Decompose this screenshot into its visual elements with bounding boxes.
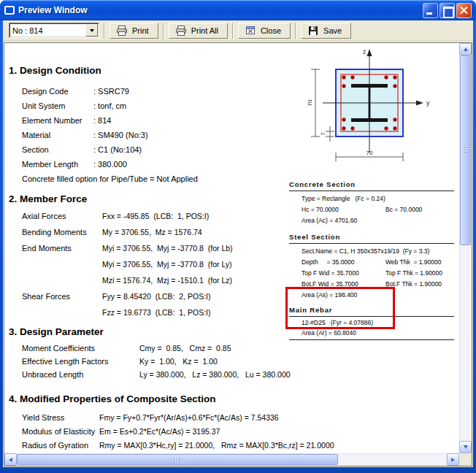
row-formula: Myi = 3706.55, Myj = -3770.8 (for Lb) [102, 244, 233, 253]
cover-dimension [326, 126, 334, 142]
toolbar: No : 814 Print Print All Close [3, 20, 473, 41]
row-label: Material [22, 131, 50, 139]
steel-top-f-wid: Top F Wid = 35.7000 [302, 269, 359, 277]
row-label: Axial Forces [22, 212, 66, 220]
row-value: : tonf, cm [93, 101, 126, 110]
arrow-up-icon [464, 47, 468, 51]
row-label: Member Length [22, 160, 78, 169]
row-label: Unit System [22, 101, 65, 110]
toolbar-separator [163, 23, 164, 39]
scrollbar-corner [459, 453, 472, 466]
window-client-area: No : 814 Print Print All Close [3, 20, 473, 467]
print-button[interactable]: Print [110, 23, 158, 39]
concrete-hc: Hc = 70.0000 [302, 206, 339, 213]
row-label: Yield Stress [22, 413, 64, 422]
row-value: : C1 (No:104) [93, 145, 142, 154]
title-bar[interactable]: Preview Window [0, 0, 476, 20]
concrete-section-title: Concrete Section [289, 180, 454, 191]
row-formula: Fyy = 8.45420 (LCB: 2, POS:I) [102, 292, 211, 301]
save-button[interactable]: Save [301, 23, 351, 39]
section-title-modified-properties: 4. Modified Properties of Composite Sect… [9, 393, 216, 404]
row-value: : 814 [93, 116, 111, 125]
section-title-member-force: 2. Member Force [9, 193, 87, 204]
window-title: Preview Window [18, 5, 423, 15]
section-title-design-condition: 1. Design Condition [9, 65, 101, 76]
row-formula: Rmy = MAX[0.3*Hc,ry] = 21.0000, Rmz = MA… [99, 441, 334, 450]
width-dim-label: 70 [366, 150, 373, 156]
row-value: : SM490 (No:3) [93, 131, 148, 139]
row-label: Radius of Gyration [22, 441, 88, 450]
printer-icon [175, 25, 187, 36]
row-formula: Cmy = 0.85, Cmz = 0.85 [139, 344, 231, 353]
arrow-down-icon [464, 445, 468, 449]
toolbar-separator [295, 23, 296, 39]
horizontal-scroll-thumb[interactable] [17, 454, 338, 465]
report-page: 1. Design Condition Design Code : SSRC79… [4, 43, 459, 453]
arrow-left-icon [9, 458, 12, 462]
z-axis-arrow [367, 49, 372, 56]
horizontal-scrollbar[interactable] [4, 453, 459, 466]
row-value: : 380.000 [93, 160, 127, 169]
concrete-filled-note: Concrete filled option for Pipe/Tube = N… [22, 174, 198, 183]
save-button-label: Save [323, 26, 342, 35]
steel-section-title: Steel Section [289, 233, 454, 244]
print-all-button-label: Print All [191, 26, 218, 35]
scroll-left-button[interactable] [4, 453, 17, 466]
steel-web-thk: Web Thk = 1.90000 [385, 258, 441, 266]
scroll-down-button[interactable] [459, 441, 472, 453]
steel-area: Area (As) = 198.400 [302, 291, 357, 299]
row-label: Modulus of Elasticity [22, 427, 95, 436]
row-label: Design Code [22, 87, 69, 96]
row-formula: Fxx = -495.85 (LCB: 1, POS:I) [102, 212, 209, 220]
close-button-label: Close [261, 26, 281, 35]
main-rebar-area: Area (Ar) = 60.8040 [302, 329, 356, 337]
minimize-button[interactable] [423, 3, 438, 18]
row-label: Element Number [22, 116, 82, 125]
concrete-bc: Bc = 70.0000 [385, 206, 422, 213]
chevron-down-icon [90, 29, 94, 32]
y-axis-arrow [416, 101, 423, 106]
row-formula: My = 3706.55, Mz = 1576.74 [102, 228, 202, 236]
print-all-button[interactable]: Print All [169, 23, 228, 39]
steel-bot-f-thk: Bot.F Thk = 1.90000 [385, 280, 442, 288]
row-formula: Mzi = 1576.74, Mzj = -1510.1 (for Lz) [102, 276, 232, 285]
close-preview-button[interactable]: Close [238, 23, 291, 39]
row-label: Effective Length Factors [22, 357, 108, 366]
row-label: End Moments [22, 244, 72, 253]
caption-buttons [423, 3, 472, 18]
row-formula: Myi = 3706.55, Myj = -3770.8 (for Ly) [102, 260, 232, 269]
section-diagram: 70 z [289, 46, 454, 173]
close-icon[interactable] [456, 3, 472, 18]
vertical-scrollbar[interactable] [459, 43, 472, 453]
print-button-label: Print [132, 26, 149, 35]
element-number-select[interactable]: No : 814 [9, 23, 99, 38]
toolbar-separator [104, 23, 105, 39]
maximize-button[interactable] [439, 3, 455, 18]
element-number-value: No : 814 [9, 26, 85, 35]
row-label: Unbraced Length [22, 370, 83, 379]
printer-icon [116, 25, 128, 36]
close-window-icon [245, 25, 256, 36]
concrete-area: Area (Ac) = 4701.60 [302, 217, 357, 224]
row-formula: Fzz = 19.6773 (LCB: 1, POS:I) [102, 308, 211, 317]
row-formula: Em = Es+0.2*Ec*(Ac/As) = 3195.37 [99, 427, 220, 436]
steel-depth: Depth = 35.0000 [302, 258, 355, 266]
preview-window: Preview Window No : 814 Print Print [0, 0, 476, 473]
section-title-design-parameter: 3. Design Parameter [9, 326, 104, 337]
combo-dropdown-button[interactable] [85, 24, 98, 36]
main-rebar-bars: 12-#D25 (Fyr = 4.07886) [302, 319, 373, 326]
steel-top-f-thk: Top F Thk = 1.90000 [385, 269, 442, 277]
main-rebar-closing-rule [289, 339, 454, 340]
scroll-right-button[interactable] [447, 453, 459, 466]
height-dim-label: 70 [307, 99, 313, 106]
row-label: Section [22, 145, 49, 154]
row-label: Shear Forces [22, 292, 70, 301]
row-formula: Fmy = Fy+0.7*Fyr*(Ar/As)+0.6*Fc*(Ac/As) … [99, 413, 279, 422]
row-label: Bending Moments [22, 228, 87, 236]
main-rebar-title: Main Rebar [289, 306, 454, 317]
steel-sect-name: Sect.Name = C1, H 350x357x19/19 (Fy = 3.… [302, 247, 429, 255]
preview-area: 1. Design Condition Design Code : SSRC79… [4, 42, 472, 466]
vertical-scroll-thumb[interactable] [460, 55, 471, 245]
scroll-up-button[interactable] [459, 43, 472, 55]
steel-bot-f-wid: Bot.F Wid = 35.7000 [302, 280, 358, 288]
